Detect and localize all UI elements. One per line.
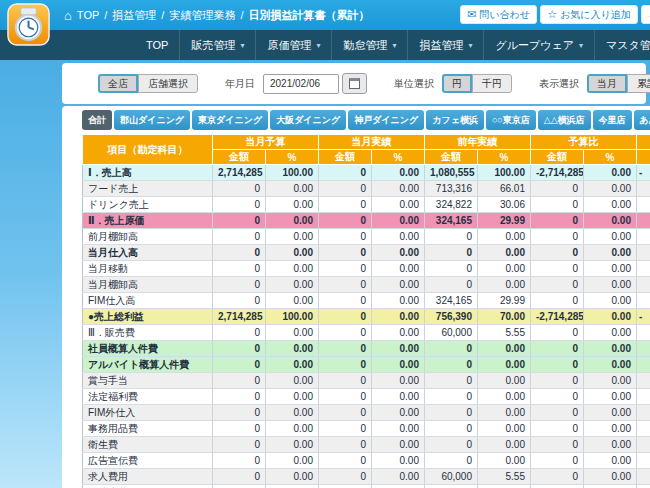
row-value: 0.00 bbox=[584, 197, 637, 213]
nav-item-label: 勤怠管理 bbox=[343, 38, 387, 53]
calendar-button[interactable] bbox=[342, 73, 367, 94]
table-row: 社員概算人件費00.0000.0000.0000.00 bbox=[83, 341, 650, 357]
row-value: 0 bbox=[319, 485, 372, 488]
row-value: 324,165 bbox=[425, 293, 478, 309]
store-option[interactable]: 店舗選択 bbox=[138, 74, 198, 93]
nav-item[interactable]: グループウェア▾ bbox=[483, 30, 594, 60]
row-value-partial bbox=[637, 341, 650, 357]
display-option[interactable]: 累計 bbox=[627, 74, 650, 93]
row-value: 0 bbox=[319, 197, 372, 213]
breadcrumb-link[interactable]: 損益管理 bbox=[112, 9, 156, 21]
store-tab[interactable]: ○○東京店 bbox=[486, 110, 536, 130]
row-value: 0 bbox=[425, 437, 478, 453]
unit-label: 単位選択 bbox=[394, 77, 434, 91]
column-header-item: 項目（勘定科目） bbox=[83, 135, 213, 165]
store-option[interactable]: 全店 bbox=[98, 74, 138, 93]
row-value: 0 bbox=[213, 437, 266, 453]
row-label: 社員概算人件費 bbox=[83, 341, 213, 357]
row-value: 0 bbox=[531, 373, 584, 389]
row-value: 0.00 bbox=[478, 373, 531, 389]
row-value: 0.00 bbox=[478, 261, 531, 277]
row-label: Ⅲ．販売費 bbox=[83, 325, 213, 341]
date-filter-group: 年月日 bbox=[225, 73, 367, 94]
display-label: 表示選択 bbox=[539, 77, 579, 91]
store-tab[interactable]: 今里店 bbox=[593, 110, 632, 130]
chevron-down-icon: ▾ bbox=[579, 41, 583, 50]
row-value: 0 bbox=[531, 485, 584, 488]
row-value: 713,316 bbox=[425, 181, 478, 197]
row-value: 0 bbox=[531, 261, 584, 277]
date-input[interactable] bbox=[263, 74, 339, 94]
row-value: 0.00 bbox=[372, 437, 425, 453]
row-value-partial bbox=[637, 437, 650, 453]
store-tab[interactable]: 合計 bbox=[82, 110, 112, 130]
store-tab[interactable]: △△横浜店 bbox=[538, 110, 591, 130]
row-value: 0 bbox=[319, 293, 372, 309]
row-value: 0 bbox=[319, 181, 372, 197]
row-value: 0.00 bbox=[266, 437, 319, 453]
row-value: 0.00 bbox=[266, 277, 319, 293]
store-tab[interactable]: 東京ダイニング bbox=[192, 110, 268, 130]
table-row: FIM外仕入00.0000.0000.0000.00 bbox=[83, 405, 650, 421]
row-value: 0 bbox=[319, 325, 372, 341]
store-tab[interactable]: あああ bbox=[634, 110, 650, 130]
row-value: 0.00 bbox=[584, 373, 637, 389]
row-value: 0 bbox=[319, 245, 372, 261]
breadcrumb-link[interactable]: 実績管理業務 bbox=[169, 9, 235, 21]
app-logo[interactable] bbox=[7, 3, 50, 46]
row-value: 0 bbox=[213, 181, 266, 197]
row-value: 0 bbox=[213, 405, 266, 421]
store-tab[interactable]: 神戸ダイニング bbox=[348, 110, 424, 130]
main-panel: 合計郡山ダイニング東京ダイニング大阪ダイニング神戸ダイニングカフェ横浜○○東京店… bbox=[62, 106, 650, 488]
row-value-partial bbox=[637, 325, 650, 341]
store-tab[interactable]: 大阪ダイニング bbox=[270, 110, 346, 130]
expand-button[interactable]: ↗ bbox=[641, 5, 650, 24]
row-label: 当月仕入高 bbox=[83, 245, 213, 261]
store-tab[interactable]: カフェ横浜 bbox=[426, 110, 484, 130]
row-value: 0.00 bbox=[584, 437, 637, 453]
nav-item[interactable]: 損益管理▾ bbox=[407, 30, 483, 60]
row-value-partial bbox=[637, 293, 650, 309]
envelope-button[interactable]: ✉問い合わせ bbox=[460, 5, 537, 24]
table-row: フード売上00.0000.00713,31666.0100.00 bbox=[83, 181, 650, 197]
row-value: 0.00 bbox=[372, 181, 425, 197]
row-value: 0 bbox=[319, 165, 372, 181]
home-icon[interactable]: ⌂ bbox=[64, 8, 72, 23]
unit-option[interactable]: 円 bbox=[442, 74, 472, 93]
row-value: 0.00 bbox=[266, 181, 319, 197]
nav-item[interactable]: 販売管理▾ bbox=[179, 30, 255, 60]
row-value: 0 bbox=[213, 341, 266, 357]
row-value: 0 bbox=[425, 261, 478, 277]
row-value: 2,714,285 bbox=[213, 309, 266, 325]
row-value: 0.00 bbox=[266, 325, 319, 341]
nav-item[interactable]: 原価管理▾ bbox=[255, 30, 331, 60]
row-value: 0.00 bbox=[266, 197, 319, 213]
row-value: 0 bbox=[213, 213, 266, 229]
row-value: 0 bbox=[319, 469, 372, 485]
row-value: 30.06 bbox=[478, 197, 531, 213]
display-option[interactable]: 当月 bbox=[587, 74, 627, 93]
breadcrumb-link[interactable]: TOP bbox=[77, 9, 99, 21]
row-value: 0.00 bbox=[478, 437, 531, 453]
row-value: 756,390 bbox=[425, 309, 478, 325]
date-label: 年月日 bbox=[225, 77, 255, 91]
nav-item[interactable]: 勤怠管理▾ bbox=[331, 30, 407, 60]
row-value-partial bbox=[637, 389, 650, 405]
store-tab[interactable]: 郡山ダイニング bbox=[114, 110, 190, 130]
unit-option[interactable]: 千円 bbox=[472, 74, 512, 93]
nav-item[interactable]: マスタ管理▾ bbox=[594, 30, 650, 60]
row-value: 0 bbox=[531, 389, 584, 405]
row-value: 0 bbox=[531, 197, 584, 213]
row-value: 0 bbox=[425, 405, 478, 421]
main-nav: TOP販売管理▾原価管理▾勤怠管理▾損益管理▾グループウェア▾マスタ管理▾お気に… bbox=[0, 30, 650, 60]
row-value: 0 bbox=[319, 357, 372, 373]
row-value: 0.00 bbox=[478, 389, 531, 405]
star-button[interactable]: ☆お気に入り追加 bbox=[540, 5, 638, 24]
row-value: 60,000 bbox=[425, 325, 478, 341]
column-group-header: 予算比 bbox=[531, 135, 637, 150]
row-value: 0.00 bbox=[266, 421, 319, 437]
row-value: 0 bbox=[531, 229, 584, 245]
row-value: 0 bbox=[213, 277, 266, 293]
nav-item[interactable]: TOP bbox=[135, 30, 179, 60]
row-value: 0 bbox=[425, 245, 478, 261]
